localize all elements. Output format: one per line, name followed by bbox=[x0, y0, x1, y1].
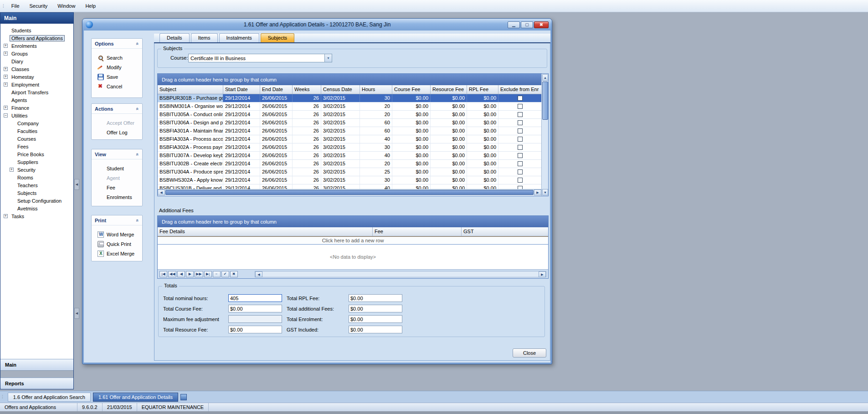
grid-nav-button[interactable]: ◀◀ bbox=[168, 271, 176, 277]
exclude-checkbox[interactable] bbox=[518, 96, 523, 101]
column-header-exclude[interactable]: Exclude from Enr bbox=[498, 85, 541, 94]
column-header-course-fee[interactable]: Course Fee bbox=[392, 85, 431, 94]
grid-nav-button[interactable]: − bbox=[213, 271, 221, 277]
tree-item[interactable]: + Groups bbox=[0, 50, 73, 57]
tree-item[interactable]: Fees bbox=[0, 143, 73, 150]
scroll-left-icon[interactable]: ◀ bbox=[158, 189, 165, 195]
tree-item[interactable]: + Homestay bbox=[0, 73, 73, 81]
close-button[interactable]: Close bbox=[513, 348, 546, 358]
chevron-down-icon[interactable] bbox=[324, 54, 332, 62]
tree-expander-icon[interactable]: + bbox=[4, 106, 8, 110]
tree-expander-icon[interactable] bbox=[4, 28, 8, 32]
tree-item[interactable]: Offers and Applications bbox=[0, 34, 73, 42]
minimize-icon[interactable] bbox=[508, 21, 520, 28]
total-enrolment-field[interactable] bbox=[349, 315, 402, 323]
tree-item[interactable]: Company bbox=[0, 119, 73, 127]
table-row[interactable]: BSBPUR301B - Purchase goods 29/12/2014 2… bbox=[158, 94, 541, 102]
tree-item[interactable]: + Employment bbox=[0, 81, 73, 88]
tree-item[interactable]: + Enrolments bbox=[0, 42, 73, 50]
tree-expander-icon[interactable] bbox=[10, 129, 14, 133]
modify-button[interactable]: Modify bbox=[92, 62, 142, 72]
column-header-start-date[interactable]: Start Date bbox=[223, 85, 260, 94]
tree-expander-icon[interactable] bbox=[10, 160, 14, 164]
menu-file[interactable]: File bbox=[6, 1, 25, 10]
column-header-rpl-fee[interactable]: RPL Fee bbox=[467, 85, 498, 94]
column-header-gst[interactable]: GST bbox=[462, 227, 548, 236]
tree-expander-icon[interactable] bbox=[10, 121, 14, 125]
maximize-icon[interactable] bbox=[521, 21, 533, 28]
tree-item[interactable]: Courses bbox=[0, 135, 73, 143]
tree-item[interactable]: + Finance bbox=[0, 104, 73, 112]
tree-expander-icon[interactable] bbox=[4, 90, 8, 94]
column-header-weeks[interactable]: Weeks bbox=[293, 85, 321, 94]
quick-print-button[interactable]: Quick Print bbox=[92, 239, 142, 249]
grid-nav-button[interactable]: ▶ bbox=[186, 271, 194, 277]
tree-expander-icon[interactable]: + bbox=[4, 51, 8, 56]
collapse-left-icon[interactable] bbox=[74, 308, 79, 319]
table-row[interactable]: BSBITU306A - Design and prod 29/12/2014 … bbox=[158, 119, 541, 127]
exclude-checkbox[interactable] bbox=[518, 186, 523, 189]
options-panel-header[interactable]: Options bbox=[92, 39, 142, 49]
menu-window[interactable]: Window bbox=[52, 1, 80, 10]
actions-panel-header[interactable]: Actions bbox=[92, 104, 142, 114]
collapse-left-icon[interactable] bbox=[74, 179, 79, 190]
exclude-checkbox[interactable] bbox=[518, 128, 523, 133]
table-row[interactable]: BSBFIA301A - Maintain financi 29/12/2014… bbox=[158, 127, 541, 135]
scrollbar-thumb[interactable] bbox=[542, 82, 548, 120]
grid-nav-button[interactable]: ▶▶ bbox=[195, 271, 203, 277]
view-enrolments-button[interactable]: Enrolments bbox=[92, 192, 142, 202]
column-header-end-date[interactable]: End Date bbox=[260, 85, 293, 94]
tab-offer-details[interactable]: 1.61 Offer and Application Details bbox=[93, 393, 178, 402]
tab-instalments[interactable]: Instalments bbox=[219, 33, 259, 42]
sidebar-splitter[interactable] bbox=[0, 370, 73, 378]
course-input[interactable] bbox=[188, 54, 324, 62]
table-row[interactable]: BSBCUS301B - Deliver and mo 29/12/2014 2… bbox=[158, 184, 541, 189]
tree-expander-icon[interactable] bbox=[10, 144, 14, 148]
tree-item[interactable]: Price Books bbox=[0, 150, 73, 158]
total-additional-fees-field[interactable] bbox=[349, 305, 402, 312]
tree-item[interactable]: + Classes bbox=[0, 65, 73, 73]
tab-items[interactable]: Items bbox=[191, 33, 218, 42]
exclude-checkbox[interactable] bbox=[518, 178, 523, 183]
chevron-up-icon[interactable] bbox=[136, 152, 139, 157]
tab-subjects[interactable]: Subjects bbox=[261, 33, 294, 42]
tree-expander-icon[interactable]: + bbox=[10, 168, 14, 172]
tree-expander-icon[interactable]: + bbox=[4, 75, 8, 79]
scroll-up-icon[interactable]: ▲ bbox=[542, 74, 548, 81]
total-resource-fee-field[interactable] bbox=[228, 326, 282, 333]
scroll-right-icon[interactable]: ▶ bbox=[534, 189, 541, 195]
tree-expander-icon[interactable]: − bbox=[4, 113, 8, 118]
tree-item[interactable]: + Security bbox=[0, 166, 73, 174]
window-titlebar[interactable]: 1.61 Offer and Application Details - 120… bbox=[82, 19, 552, 31]
total-rpl-fee-field[interactable] bbox=[349, 294, 402, 302]
tree-item[interactable]: Teachers bbox=[0, 181, 73, 189]
tree-item[interactable]: Subjects bbox=[0, 189, 73, 197]
tree-item[interactable]: Faculties bbox=[0, 127, 73, 135]
tree-expander-icon[interactable] bbox=[10, 175, 14, 179]
gst-included-field[interactable] bbox=[349, 326, 402, 333]
vertical-scrollbar[interactable]: ▲ ▼ bbox=[541, 74, 548, 196]
tree-item[interactable]: Setup Configuration bbox=[0, 197, 73, 204]
grid-nav-button[interactable]: ✔ bbox=[221, 271, 229, 277]
table-row[interactable]: BSBWHS302A - Apply knowled 29/12/2014 26… bbox=[158, 176, 541, 184]
table-row[interactable]: BSBITU307A - Develop keyboa 29/12/2014 2… bbox=[158, 152, 541, 160]
table-row[interactable]: BSBFIA302A - Process payroll 29/12/2014 … bbox=[158, 143, 541, 152]
tree-expander-icon[interactable] bbox=[4, 59, 8, 63]
scrollbar-thumb[interactable] bbox=[165, 190, 534, 195]
table-row[interactable]: BSBINM301A - Organise workpl 29/12/2014 … bbox=[158, 102, 541, 111]
save-button[interactable]: Save bbox=[92, 72, 142, 82]
tab-offer-search[interactable]: 1.6 Offer and Application Search bbox=[8, 393, 91, 402]
column-header-hours[interactable]: Hours bbox=[360, 85, 392, 94]
close-icon[interactable] bbox=[534, 21, 549, 28]
exclude-checkbox[interactable] bbox=[518, 161, 523, 166]
tree-expander-icon[interactable]: + bbox=[4, 67, 8, 71]
total-course-fee-field[interactable] bbox=[228, 305, 282, 312]
grid-nav-button[interactable]: ▶| bbox=[204, 271, 212, 277]
search-button[interactable]: Search bbox=[92, 53, 142, 62]
tree-expander-icon[interactable] bbox=[4, 98, 8, 102]
chevron-up-icon[interactable] bbox=[136, 106, 139, 112]
tree-item[interactable]: Rooms bbox=[0, 174, 73, 181]
tab-doc-icon[interactable] bbox=[180, 394, 187, 400]
column-header-resource-fee[interactable]: Resource Fee bbox=[431, 85, 467, 94]
view-panel-header[interactable]: View bbox=[92, 149, 142, 159]
